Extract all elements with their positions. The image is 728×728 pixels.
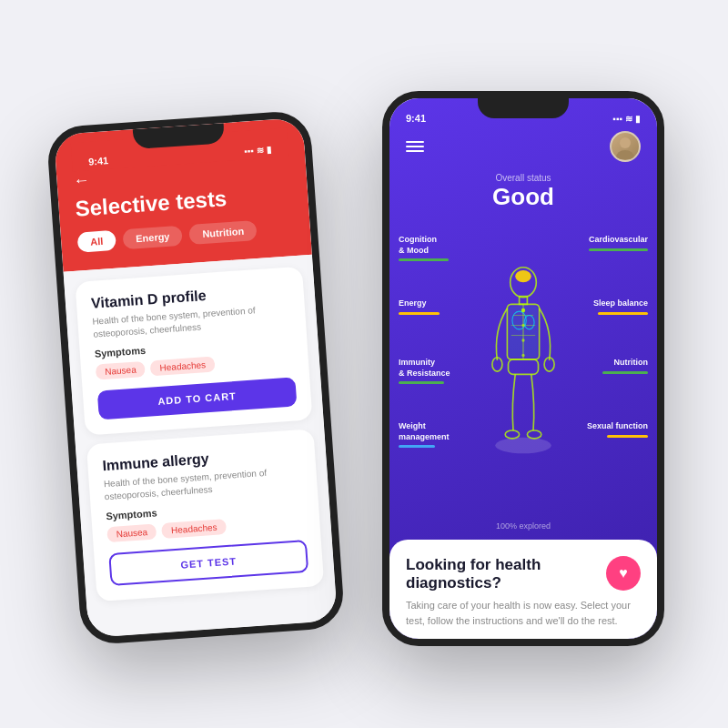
svg-point-17 xyxy=(505,430,519,439)
svg-point-21 xyxy=(521,339,524,341)
svg-point-18 xyxy=(527,430,541,439)
hamburger-line3 xyxy=(406,150,424,152)
hamburger-line2 xyxy=(406,146,424,147)
cat-sexual-text: Sexual function xyxy=(587,421,648,432)
menu-button[interactable] xyxy=(406,141,424,152)
signal-icon: ▪▪▪ xyxy=(244,146,254,157)
heart-icon: ♥ xyxy=(619,565,628,581)
cat-weight-bar xyxy=(399,445,435,448)
cat-sleep-text: Sleep balance xyxy=(593,298,648,309)
vitamin-d-card: Vitamin D profile Health of the bone sys… xyxy=(75,267,312,436)
phones-container: 9:41 ▪▪▪ ≋ ▮ ← Selective tests All Energ… xyxy=(46,46,682,682)
right-phone: 9:41 ▪▪▪ ≋ ▮ xyxy=(382,91,664,646)
cat-nutrition: Nutrition xyxy=(602,358,648,374)
right-battery-icon: ▮ xyxy=(635,114,641,124)
cat-immunity-bar xyxy=(399,381,444,384)
cat-sexual: Sexual function xyxy=(587,421,648,438)
immune-allergy-card: Immune allergy Health of the bone system… xyxy=(86,429,324,602)
right-status-icons: ▪▪▪ ≋ ▮ xyxy=(612,114,641,124)
svg-point-4 xyxy=(515,270,531,282)
wifi-icon: ≋ xyxy=(256,145,264,156)
cat-sleep-bar xyxy=(598,312,648,315)
right-signal-icon: ▪▪▪ xyxy=(612,114,622,124)
heart-button[interactable]: ♥ xyxy=(606,556,641,591)
get-test-button[interactable]: GET TEST xyxy=(108,540,308,586)
left-status-icons: ▪▪▪ ≋ ▮ xyxy=(244,145,272,157)
filter-nutrition[interactable]: Nutrition xyxy=(189,220,258,245)
cat-weight: Weightmanagement xyxy=(399,421,450,448)
body-figure xyxy=(469,217,578,503)
cat-cognition: Cognition& Mood xyxy=(399,235,449,261)
cat-weight-text: Weightmanagement xyxy=(399,421,450,442)
overall-label: Overall status xyxy=(389,173,657,183)
cat-cardio-text: Cardiovascular xyxy=(589,235,648,246)
svg-rect-16 xyxy=(509,359,539,374)
right-wifi-icon: ≋ xyxy=(625,114,632,124)
cat-sleep: Sleep balance xyxy=(593,298,648,315)
cat-energy-text: Energy xyxy=(399,298,440,309)
cat-energy: Energy xyxy=(399,298,440,315)
right-time: 9:41 xyxy=(406,113,426,124)
svg-point-1 xyxy=(616,150,634,159)
right-notch xyxy=(478,98,569,118)
cat-nutrition-bar xyxy=(602,371,648,374)
battery-icon: ▮ xyxy=(266,145,272,155)
cat-cognition-text: Cognition& Mood xyxy=(399,235,449,256)
card1-tag-headaches: Headaches xyxy=(150,357,216,377)
bottom-card-text: Taking care of your health is now easy. … xyxy=(406,598,641,628)
cat-cardio: Cardiovascular xyxy=(589,235,648,251)
card2-tag-nausea: Nausea xyxy=(106,523,157,542)
filter-energy[interactable]: Energy xyxy=(123,226,184,250)
cat-energy-bar xyxy=(399,312,440,315)
svg-point-0 xyxy=(620,137,631,148)
card1-tag-nausea: Nausea xyxy=(96,361,147,380)
svg-rect-13 xyxy=(510,306,538,357)
overall-value: Good xyxy=(389,183,657,211)
avatar[interactable] xyxy=(610,131,641,162)
card2-tag-headaches: Headaches xyxy=(162,519,228,539)
cat-cardio-bar xyxy=(589,248,648,251)
left-time: 9:41 xyxy=(88,155,109,167)
hamburger-line1 xyxy=(406,141,424,143)
svg-point-22 xyxy=(521,353,524,356)
explored-label: 100% explored xyxy=(496,521,551,531)
svg-point-20 xyxy=(521,323,524,326)
cat-sexual-bar xyxy=(607,435,648,438)
filter-tabs: All Energy Nutrition xyxy=(77,217,295,253)
overall-status: Overall status Good xyxy=(389,169,657,217)
cat-immunity: Immunity& Resistance xyxy=(399,358,450,384)
svg-point-2 xyxy=(495,437,551,453)
add-to-cart-button[interactable]: ADD TO CART xyxy=(97,377,298,420)
cat-immunity-text: Immunity& Resistance xyxy=(399,358,450,379)
left-content: Vitamin D profile Health of the bone sys… xyxy=(64,255,338,638)
cat-nutrition-text: Nutrition xyxy=(602,358,648,369)
svg-point-19 xyxy=(521,308,525,311)
right-nav xyxy=(389,127,657,169)
cat-cognition-bar xyxy=(399,258,449,261)
bottom-card: Looking for health diagnostics? Taking c… xyxy=(389,540,657,639)
left-phone: 9:41 ▪▪▪ ≋ ▮ ← Selective tests All Energ… xyxy=(46,110,345,646)
filter-all[interactable]: All xyxy=(77,230,116,253)
body-diagram: Cognition& Mood Energy Immunity& Resista… xyxy=(389,217,657,540)
